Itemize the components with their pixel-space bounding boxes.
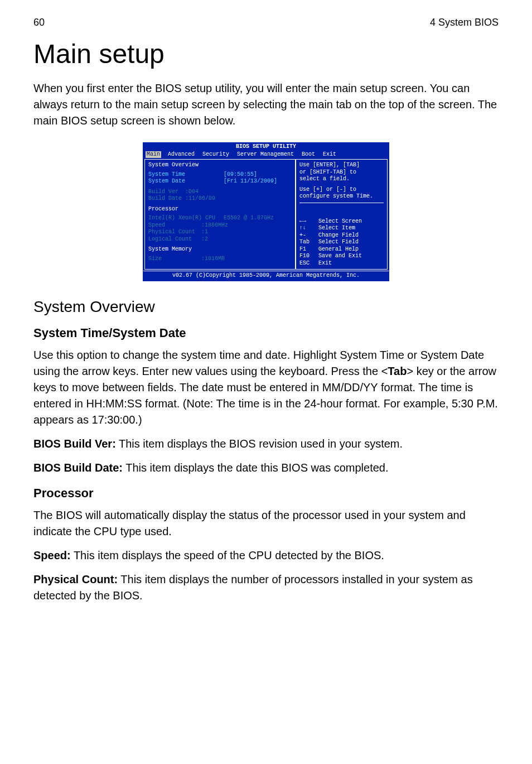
bios-build-ver-paragraph: BIOS Build Ver: This item displays the B… — [33, 436, 499, 452]
bios-build-ver-label: BIOS Build Ver: — [33, 438, 116, 450]
bios-build-date-text: This item displays the date this BIOS wa… — [123, 462, 389, 474]
bios-log-count-label: Logical Count — [148, 236, 201, 243]
bios-cpu-row: Intel(R) Xeon(R) CPU E5502 @ 1.87GHz — [148, 215, 292, 222]
bios-build-ver-label: Build Ver — [148, 189, 178, 196]
bios-build-date-label: Build Date — [148, 195, 182, 203]
bios-key-desc: Save and Exit — [318, 253, 362, 260]
bios-tab-exit[interactable]: Exit — [322, 151, 337, 158]
bios-help-line: Use [+] or [-] to — [299, 186, 384, 194]
bios-right-panel: Use [ENTER], [TAB] or [SHIFT-TAB] to sel… — [296, 159, 388, 270]
bios-speed-label: Speed — [148, 222, 201, 229]
bios-log-count-row: Logical Count :2 — [148, 236, 292, 243]
bios-screenshot: BIOS SETUP UTILITY Main Advanced Securit… — [33, 142, 499, 281]
bios-help-line: configure system Time. — [299, 193, 384, 200]
page-title: Main setup — [33, 39, 499, 69]
bios-memory-heading: System Memory — [148, 246, 292, 253]
bios-key: +- — [299, 232, 318, 239]
bios-cpu-name: Intel(R) Xeon(R) CPU — [148, 215, 224, 222]
bios-speed-value: :1866MHz — [201, 222, 228, 229]
system-time-date-heading: System Time/System Date — [33, 326, 499, 340]
bios-build-date-value: :11/06/09 — [185, 195, 215, 203]
bios-help-line: select a field. — [299, 176, 384, 183]
bios-size-value: :1016MB — [201, 256, 225, 263]
speed-paragraph: Speed: This item displays the speed of t… — [33, 547, 499, 564]
bios-size-row: Size :1016MB — [148, 256, 292, 263]
physical-count-label: Physical Count: — [33, 573, 118, 585]
speed-text: This item displays the speed of the CPU … — [71, 549, 384, 561]
bios-build-date-row: Build Date :11/06/09 — [148, 195, 292, 203]
bios-system-date-row[interactable]: System Date [Fri 11/13/2009] — [148, 178, 292, 185]
bios-key-desc: General Help — [318, 246, 359, 253]
bios-overview-heading: System Overview — [148, 162, 292, 169]
bios-build-date-paragraph: BIOS Build Date: This item displays the … — [33, 460, 499, 476]
bios-key: ←→ — [299, 218, 318, 225]
processor-paragraph: The BIOS will automatically display the … — [33, 507, 499, 540]
bios-system-time-label: System Time — [148, 171, 224, 179]
bios-phys-count-label: Physical Count — [148, 229, 201, 236]
bios-help-line: Use [ENTER], [TAB] — [299, 162, 384, 169]
speed-label: Speed: — [33, 549, 71, 561]
bios-help-line: or [SHIFT-TAB] to — [299, 169, 384, 176]
bios-size-label: Size — [148, 256, 201, 263]
page-header: 60 4 System BIOS — [33, 17, 499, 28]
bios-key: F10 — [299, 253, 318, 260]
bios-footer: v02.67 (C)Copyright 1985-2009, American … — [143, 271, 389, 281]
bios-system-date-label: System Date — [148, 178, 224, 185]
physical-count-paragraph: Physical Count: This item displays the n… — [33, 571, 499, 604]
tab-key-label: Tab — [388, 365, 407, 377]
bios-phys-count-row: Physical Count :1 — [148, 229, 292, 236]
bios-processor-heading: Processor — [148, 206, 292, 213]
bios-tab-bar: Main Advanced Security Server Management… — [143, 151, 389, 158]
bios-key: ESC — [299, 260, 318, 267]
time-date-paragraph: Use this option to change the system tim… — [33, 347, 499, 428]
bios-tab-server-management[interactable]: Server Management — [236, 151, 295, 158]
bios-title: BIOS SETUP UTILITY — [143, 143, 389, 151]
bios-speed-row: Speed :1866MHz — [148, 222, 292, 229]
bios-tab-security[interactable]: Security — [201, 151, 230, 158]
chapter-title: 4 System BIOS — [430, 17, 499, 28]
system-overview-heading: System Overview — [33, 298, 499, 316]
bios-phys-count-value: :1 — [201, 229, 208, 236]
bios-log-count-value: :2 — [201, 236, 208, 243]
processor-heading: Processor — [33, 486, 499, 501]
bios-tab-advanced[interactable]: Advanced — [167, 151, 196, 158]
bios-key-desc: Exit — [318, 260, 332, 267]
bios-system-time-value: [09:50:55] — [224, 171, 257, 179]
bios-key: ↑↓ — [299, 225, 318, 232]
bios-key: Tab — [299, 239, 318, 246]
bios-system-time-row[interactable]: System Time [09:50:55] — [148, 171, 292, 179]
bios-left-panel: System Overview System Time [09:50:55] S… — [144, 159, 296, 270]
intro-paragraph: When you first enter the BIOS setup util… — [33, 80, 499, 129]
bios-key: F1 — [299, 246, 318, 253]
bios-tab-boot[interactable]: Boot — [301, 151, 316, 158]
bios-key-desc: Select Screen — [318, 218, 362, 225]
bios-key-desc: Change Field — [318, 232, 359, 239]
bios-build-ver-value: :D04 — [185, 189, 199, 196]
bios-build-ver-text: This item displays the BIOS revision use… — [116, 438, 403, 450]
bios-key-legend: ←→Select Screen ↑↓Select Item +-Change F… — [299, 218, 384, 267]
bios-build-date-label: BIOS Build Date: — [33, 462, 123, 474]
bios-cpu-model: E5502 @ 1.87GHz — [224, 215, 274, 222]
bios-build-ver-row: Build Ver :D04 — [148, 189, 292, 196]
bios-tab-main[interactable]: Main — [146, 151, 161, 158]
bios-key-desc: Select Field — [318, 239, 359, 246]
bios-key-desc: Select Item — [318, 225, 355, 232]
page-number: 60 — [33, 17, 45, 28]
bios-system-date-value: [Fri 11/13/2009] — [224, 178, 277, 185]
